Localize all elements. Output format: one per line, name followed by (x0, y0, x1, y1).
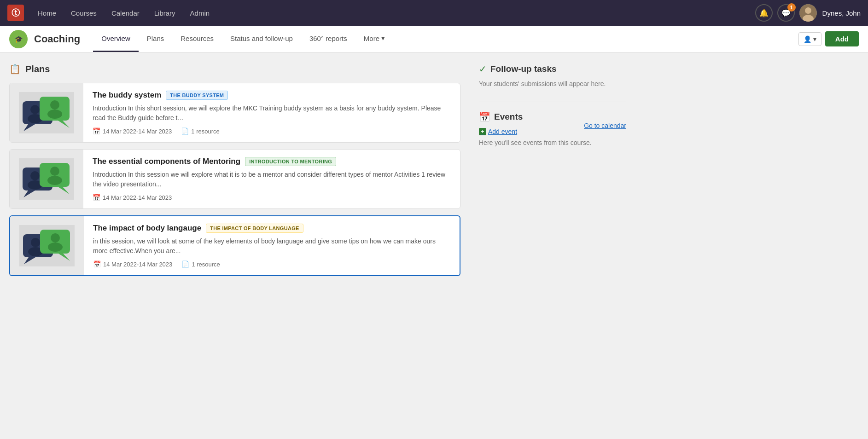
svg-point-1 (805, 7, 811, 14)
plan-tag: INTRODUCTION TO MENTORING (245, 157, 336, 166)
coaching-logo: 🎓 (9, 30, 28, 48)
svg-point-13 (47, 110, 62, 119)
tab-resources[interactable]: Resources (172, 26, 222, 52)
plan-card-body: The essential components of Mentoring IN… (83, 150, 460, 208)
checkmark-icon: ✓ (479, 64, 487, 75)
plan-card-desc: Introduction In this session we will exp… (93, 170, 451, 189)
messages-button[interactable]: 💬 1 (777, 4, 795, 22)
nav-item-courses[interactable]: Courses (64, 6, 103, 21)
calendar-icon: 📅 (479, 111, 490, 122)
followup-text: Your students' submissions will appear h… (479, 79, 626, 89)
plan-resources: 📄 1 resource (181, 260, 220, 268)
events-title: Events (494, 112, 523, 122)
plan-card-mentoring[interactable]: The essential components of Mentoring IN… (9, 149, 460, 209)
plan-date: 📅 14 Mar 2022-14 Mar 2023 (93, 194, 172, 201)
svg-point-17 (30, 171, 40, 180)
plans-section-title: 📋 Plans (9, 64, 460, 75)
user-name[interactable]: Dynes, John (822, 9, 861, 17)
tab-status-followup[interactable]: Status and follow-up (222, 26, 301, 52)
plan-card-thumb (10, 83, 83, 142)
plan-date: 📅 14 Mar 2022-14 Mar 2023 (93, 260, 172, 268)
page-title: Coaching (34, 33, 80, 45)
svg-point-31 (48, 243, 63, 252)
events-title-row: 📅 Events (479, 111, 626, 122)
main-content: 📋 Plans (0, 52, 470, 439)
events-desc: Here you'll see events from this course. (479, 139, 626, 146)
calendar-icon: 📅 (93, 127, 100, 135)
chevron-down-icon: ▾ (381, 34, 385, 42)
sidebar-divider (479, 102, 626, 102)
plan-card-header: The impact of body langauge THE IMPACT O… (93, 224, 450, 233)
plan-card-body: The impact of body langauge THE IMPACT O… (84, 216, 460, 275)
plan-card-header: The essential components of Mentoring IN… (93, 157, 451, 166)
svg-point-12 (50, 100, 59, 110)
svg-point-22 (47, 176, 62, 185)
plan-tag: THE IMPACT OF BODY LANGUAGE (206, 224, 303, 233)
plan-card-title: The impact of body langauge (93, 224, 201, 233)
app-logo[interactable]: ⓣ (7, 5, 24, 21)
document-icon: 📄 (181, 260, 189, 268)
plan-card-desc: in this session, we will look at some of… (93, 237, 450, 256)
svg-point-8 (30, 105, 40, 114)
chevron-down-icon: ▾ (813, 35, 816, 43)
bell-icon: 🔔 (759, 9, 769, 17)
message-badge: 1 (787, 3, 796, 12)
nav-item-home[interactable]: Home (31, 6, 63, 21)
tab-plans[interactable]: Plans (139, 26, 173, 52)
events-section: 📅 Events + Add event Go to calendar Here… (479, 111, 626, 146)
nav-item-calendar[interactable]: Calendar (105, 6, 146, 21)
plan-card-title: The essential components of Mentoring (93, 157, 240, 166)
plan-card-title: The buddy system (93, 91, 161, 100)
main-layout: 📋 Plans (0, 52, 868, 439)
tab-overview[interactable]: Overview (93, 26, 139, 52)
person-icon: 👤 (804, 35, 811, 43)
calendar-icon: 📅 (93, 194, 100, 201)
tab-more[interactable]: More ▾ (355, 26, 393, 52)
svg-point-26 (31, 238, 40, 247)
sub-nav-tabs: Overview Plans Resources Status and foll… (93, 26, 393, 52)
plan-card-body-language[interactable]: The impact of body langauge THE IMPACT O… (9, 215, 460, 276)
plan-card-meta: 📅 14 Mar 2022-14 Mar 2023 (93, 194, 451, 201)
nav-item-library[interactable]: Library (148, 6, 182, 21)
logo-letter: ⓣ (12, 7, 20, 18)
add-button[interactable]: Add (825, 31, 859, 46)
calendar-icon: 📅 (93, 260, 101, 268)
plan-card-header: The buddy system THE BUDDY SYSTEM (93, 91, 451, 100)
user-menu-button[interactable]: 👤 ▾ (798, 32, 821, 46)
svg-point-21 (50, 167, 59, 176)
plans-icon: 📋 (9, 64, 21, 75)
nav-item-admin[interactable]: Admin (184, 6, 216, 21)
plan-card-meta: 📅 14 Mar 2022-14 Mar 2023 📄 1 resource (93, 127, 451, 135)
sidebar: ✓ Follow-up tasks Your students' submiss… (470, 52, 635, 439)
top-navigation: ⓣ Home Courses Calendar Library Admin 🔔 … (0, 0, 868, 26)
plan-card-buddy-system[interactable]: The buddy system THE BUDDY SYSTEM Introd… (9, 83, 460, 143)
plan-date: 📅 14 Mar 2022-14 Mar 2023 (93, 127, 172, 135)
followup-title: Follow-up tasks (490, 64, 557, 74)
svg-text:🎓: 🎓 (15, 35, 23, 43)
plan-card-thumb (10, 216, 84, 275)
plan-card-meta: 📅 14 Mar 2022-14 Mar 2023 📄 1 resource (93, 260, 450, 268)
sub-navigation: 🎓 Coaching Overview Plans Resources Stat… (0, 26, 868, 52)
tab-360-reports[interactable]: 360° reports (301, 26, 355, 52)
plan-tag: THE BUDDY SYSTEM (166, 91, 228, 100)
plan-resources: 📄 1 resource (181, 127, 219, 135)
followup-section: ✓ Follow-up tasks Your students' submiss… (479, 64, 626, 89)
add-event-link[interactable]: + Add event (479, 128, 517, 135)
go-to-calendar-link[interactable]: Go to calendar (584, 122, 626, 129)
plan-card-body: The buddy system THE BUDDY SYSTEM Introd… (83, 83, 460, 142)
plan-card-thumb (10, 150, 83, 208)
svg-point-30 (51, 233, 60, 243)
document-icon: 📄 (181, 127, 189, 135)
plus-icon: + (479, 128, 486, 135)
notifications-button[interactable]: 🔔 (755, 4, 773, 22)
user-avatar[interactable] (799, 4, 817, 22)
plan-card-desc: Introduction In this short session, we w… (93, 104, 451, 123)
sub-nav-actions: 👤 ▾ Add (798, 31, 859, 46)
